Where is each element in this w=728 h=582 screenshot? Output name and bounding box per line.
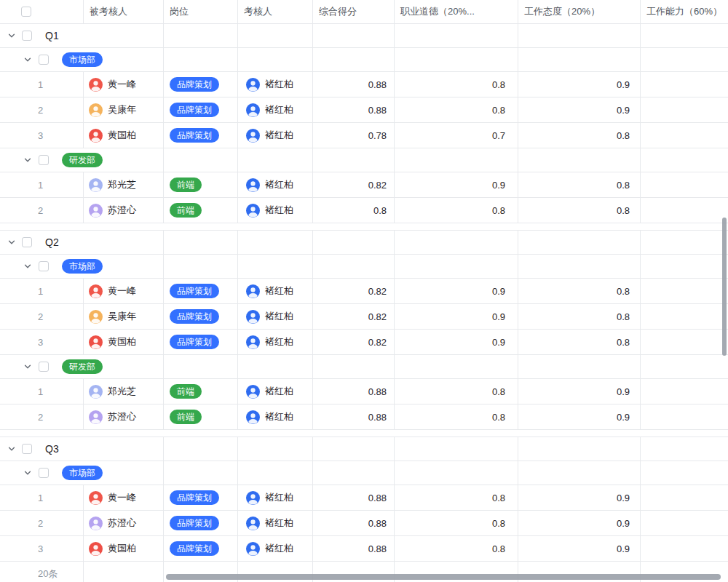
chevron-down-icon[interactable]	[23, 362, 32, 371]
attitude-cell[interactable]: 0.9	[518, 404, 641, 429]
ethics-cell[interactable]: 0.9	[395, 330, 518, 354]
ability-cell[interactable]	[641, 330, 728, 354]
row-index-cell[interactable]: 3	[0, 536, 84, 561]
checkbox[interactable]	[39, 362, 49, 372]
row-index-cell[interactable]: 1	[0, 279, 84, 303]
select-all-header-cell[interactable]	[0, 0, 84, 23]
score-cell[interactable]: 0.78	[313, 123, 395, 148]
checkbox[interactable]	[22, 237, 32, 247]
row-index-cell[interactable]: 3	[0, 123, 84, 148]
ability-cell[interactable]	[641, 172, 728, 197]
person-cell[interactable]: 黄国柏	[84, 536, 164, 561]
attitude-cell[interactable]: 0.9	[518, 97, 641, 122]
ability-cell[interactable]	[641, 279, 728, 303]
evaluator-cell[interactable]: 褚红柏	[238, 379, 313, 404]
row-index-cell[interactable]: 1	[0, 172, 84, 197]
ability-cell[interactable]	[641, 404, 728, 429]
department-header-cell[interactable]: 研发部	[0, 355, 164, 378]
person-cell[interactable]: 黄一峰	[84, 72, 164, 97]
attitude-cell[interactable]: 0.9	[518, 485, 641, 510]
vertical-scrollbar-thumb[interactable]	[722, 218, 727, 356]
attitude-cell[interactable]: 0.8	[518, 279, 641, 303]
attitude-cell[interactable]: 0.8	[518, 330, 641, 354]
position-cell[interactable]: 前端	[164, 404, 238, 429]
row-index-cell[interactable]: 2	[0, 198, 84, 223]
attitude-cell[interactable]: 0.8	[518, 172, 641, 197]
ability-cell[interactable]	[641, 485, 728, 510]
person-cell[interactable]: 黄一峰	[84, 485, 164, 510]
position-cell[interactable]: 品牌策划	[164, 304, 238, 329]
department-header-cell[interactable]: 市场部	[0, 255, 164, 278]
evaluator-cell[interactable]: 褚红柏	[238, 404, 313, 429]
row-index-cell[interactable]: 2	[0, 511, 84, 535]
position-cell[interactable]: 品牌策划	[164, 330, 238, 354]
ethics-cell[interactable]: 0.7	[395, 123, 518, 148]
position-cell[interactable]: 前端	[164, 379, 238, 404]
group-header-cell[interactable]: Q1	[0, 24, 164, 47]
evaluator-cell[interactable]: 褚红柏	[238, 330, 313, 354]
ethics-cell[interactable]: 0.8	[395, 198, 518, 223]
column-header[interactable]: 工作态度（20%）	[518, 0, 641, 23]
person-cell[interactable]: 黄国柏	[84, 330, 164, 354]
score-cell[interactable]: 0.88	[313, 97, 395, 122]
ability-cell[interactable]	[641, 511, 728, 535]
ability-cell[interactable]	[641, 536, 728, 561]
person-cell[interactable]: 吴康年	[84, 97, 164, 122]
group-header-cell[interactable]: Q3	[0, 437, 164, 461]
horizontal-scrollbar-thumb[interactable]	[166, 574, 721, 580]
person-cell[interactable]: 黄国柏	[84, 123, 164, 148]
row-index-cell[interactable]: 1	[0, 72, 84, 97]
position-cell[interactable]: 品牌策划	[164, 279, 238, 303]
ability-cell[interactable]	[641, 97, 728, 122]
person-cell[interactable]: 吴康年	[84, 304, 164, 329]
checkbox[interactable]	[39, 155, 49, 165]
score-cell[interactable]: 0.88	[313, 485, 395, 510]
score-cell[interactable]: 0.82	[313, 330, 395, 354]
chevron-down-icon[interactable]	[7, 238, 16, 247]
score-cell[interactable]: 0.88	[313, 536, 395, 561]
score-cell[interactable]: 0.88	[313, 404, 395, 429]
department-header-cell[interactable]: 市场部	[0, 48, 164, 71]
ability-cell[interactable]	[641, 379, 728, 404]
evaluator-cell[interactable]: 褚红柏	[238, 511, 313, 535]
person-cell[interactable]: 苏澄心	[84, 511, 164, 535]
evaluator-cell[interactable]: 褚红柏	[238, 485, 313, 510]
attitude-cell[interactable]: 0.8	[518, 304, 641, 329]
person-cell[interactable]: 郑光芝	[84, 172, 164, 197]
row-index-cell[interactable]: 2	[0, 404, 84, 429]
attitude-cell[interactable]: 0.9	[518, 511, 641, 535]
position-cell[interactable]: 品牌策划	[164, 123, 238, 148]
person-cell[interactable]: 苏澄心	[84, 198, 164, 223]
ethics-cell[interactable]: 0.9	[395, 172, 518, 197]
ability-cell[interactable]	[641, 198, 728, 223]
attitude-cell[interactable]: 0.9	[518, 72, 641, 97]
department-header-cell[interactable]: 市场部	[0, 461, 164, 485]
column-header[interactable]: 岗位	[164, 0, 238, 23]
ethics-cell[interactable]: 0.8	[395, 485, 518, 510]
evaluator-cell[interactable]: 褚红柏	[238, 536, 313, 561]
checkbox[interactable]	[39, 261, 49, 271]
row-index-cell[interactable]: 2	[0, 304, 84, 329]
chevron-down-icon[interactable]	[7, 445, 16, 453]
attitude-cell[interactable]: 0.8	[518, 123, 641, 148]
column-header[interactable]: 职业道德（20%...	[395, 0, 518, 23]
row-index-cell[interactable]: 3	[0, 330, 84, 354]
column-header[interactable]: 考核人	[238, 0, 313, 23]
ability-cell[interactable]	[641, 304, 728, 329]
checkbox[interactable]	[22, 31, 32, 41]
chevron-down-icon[interactable]	[23, 262, 32, 271]
attitude-cell[interactable]: 0.9	[518, 536, 641, 561]
evaluator-cell[interactable]: 褚红柏	[238, 123, 313, 148]
checkbox[interactable]	[22, 444, 32, 454]
chevron-down-icon[interactable]	[23, 469, 32, 477]
column-header[interactable]: 综合得分	[313, 0, 395, 23]
chevron-down-icon[interactable]	[7, 31, 16, 40]
ethics-cell[interactable]: 0.8	[395, 72, 518, 97]
department-header-cell[interactable]: 研发部	[0, 148, 164, 172]
evaluator-cell[interactable]: 褚红柏	[238, 279, 313, 303]
checkbox[interactable]	[39, 55, 49, 65]
score-cell[interactable]: 0.82	[313, 172, 395, 197]
ethics-cell[interactable]: 0.8	[395, 511, 518, 535]
chevron-down-icon[interactable]	[23, 156, 32, 164]
evaluator-cell[interactable]: 褚红柏	[238, 198, 313, 223]
